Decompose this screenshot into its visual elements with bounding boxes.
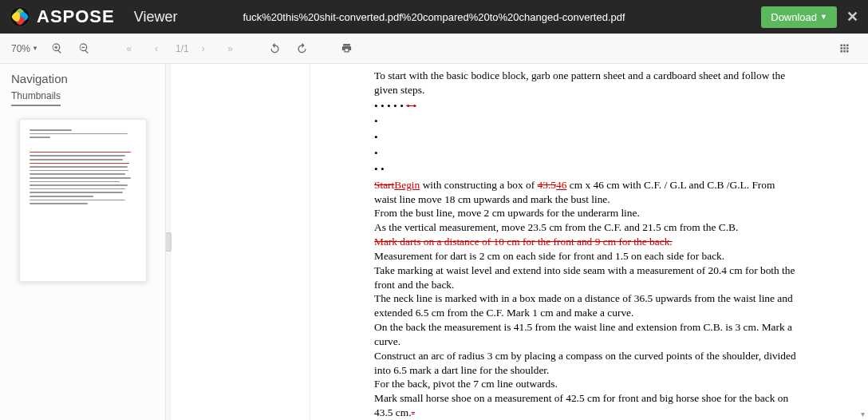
file-title: fuck%20this%20shit-converted.pdf%20compa…: [243, 11, 625, 23]
apps-grid-icon[interactable]: [833, 38, 855, 60]
zoom-in-icon[interactable]: [46, 38, 69, 60]
doc-body: StartBegin with constructing a box of 43…: [374, 178, 796, 420]
last-page-icon[interactable]: »: [219, 38, 242, 60]
product-name: Viewer: [134, 9, 178, 26]
brand-logo: ASPOSE: [10, 6, 115, 27]
next-page-icon[interactable]: ›: [192, 38, 215, 60]
doc-line: As the vertical measurement, move 23.5 c…: [374, 220, 796, 235]
aspose-swirl-icon: [10, 6, 30, 27]
bullet-row: •: [374, 130, 796, 145]
zoom-dropdown[interactable]: 70% ▼: [11, 43, 38, 54]
close-icon[interactable]: ✕: [846, 8, 858, 26]
download-button-label: Download: [771, 11, 817, 23]
doc-line: Mark darts on a distance of 10 cm for th…: [374, 235, 796, 249]
app-header: ASPOSE Viewer fuck%20this%20shit-convert…: [0, 0, 868, 34]
bullet-row: •: [374, 146, 796, 160]
page-thumbnail[interactable]: [19, 119, 147, 282]
toolbar: 70% ▼ « ‹ 1/1 › »: [0, 34, 868, 64]
page-indicator: 1/1: [172, 43, 192, 54]
vertical-scrollbar[interactable]: ▾: [862, 64, 868, 420]
sidebar: Navigation Thumbnails: [0, 64, 166, 420]
doc-line: Take marking at waist level and extend i…: [374, 263, 796, 292]
zoom-value: 70%: [11, 43, 30, 54]
bullet-row: • • • • • • •: [374, 99, 796, 113]
main-area: Navigation Thumbnails: [0, 64, 868, 420]
doc-line: Mark small horse shoe on a measurement o…: [374, 391, 796, 420]
doc-line: From the bust line, move 2 cm upwards fo…: [374, 206, 796, 220]
prev-page-icon[interactable]: ‹: [145, 38, 168, 60]
splitter[interactable]: [166, 64, 171, 420]
download-button[interactable]: Download ▼: [761, 6, 837, 28]
doc-intro: To start with the basic bodice block, ga…: [374, 69, 796, 97]
tab-thumbnails[interactable]: Thumbnails: [11, 90, 61, 106]
thumbnail-preview: [30, 129, 136, 207]
print-icon[interactable]: [336, 38, 358, 60]
first-page-icon[interactable]: «: [118, 38, 140, 60]
brand-name: ASPOSE: [37, 6, 115, 27]
scroll-down-icon[interactable]: ▾: [861, 410, 865, 418]
splitter-handle-icon[interactable]: [166, 232, 172, 252]
doc-line: Construct an arc of radius 3 cm by placi…: [374, 349, 796, 378]
sidebar-tabs: Thumbnails: [0, 90, 165, 111]
doc-line: On the back the measurement is 41.5 from…: [374, 320, 796, 349]
zoom-out-icon[interactable]: [73, 38, 96, 60]
doc-line: For the back, pivot the 7 cm line outwar…: [374, 377, 796, 391]
navigation-title: Navigation: [0, 64, 165, 90]
caret-down-icon: ▼: [820, 13, 827, 21]
redo-icon[interactable]: [291, 38, 314, 60]
undo-icon[interactable]: [264, 38, 286, 60]
document-viewer: To start with the basic bodice block, ga…: [166, 64, 868, 420]
doc-line: The neck line is marked with in a box ma…: [374, 291, 796, 320]
doc-line: StartBegin with constructing a box of 43…: [374, 178, 796, 207]
bullet-row: •: [374, 114, 796, 129]
doc-line: Measurement for dart is 2 cm on each sid…: [374, 249, 796, 263]
document-page: To start with the basic bodice block, ga…: [310, 64, 820, 420]
bullet-row: • •: [374, 162, 796, 176]
caret-down-icon: ▼: [32, 45, 38, 52]
